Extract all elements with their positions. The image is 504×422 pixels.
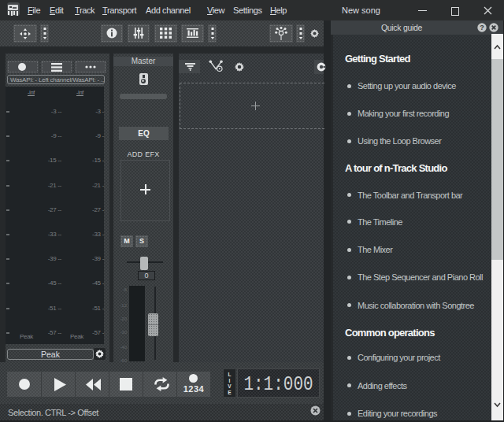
svg-text:?: ? xyxy=(480,24,484,31)
